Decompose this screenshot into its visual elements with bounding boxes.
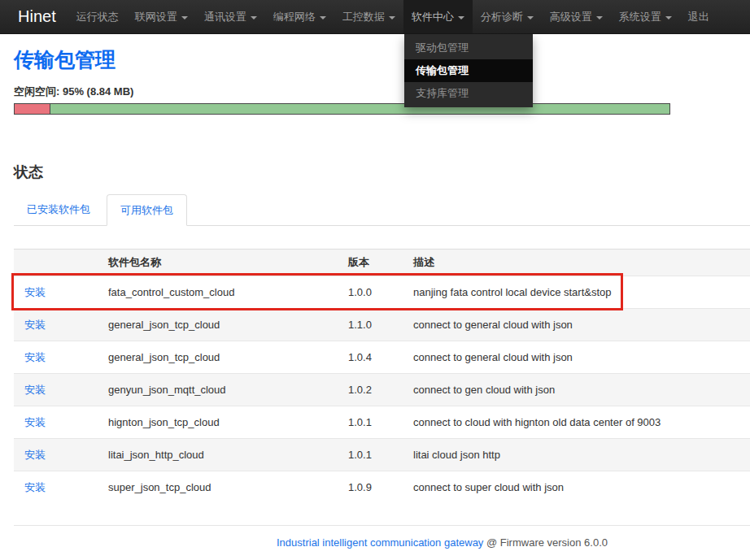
tab-available-packages[interactable]: 可用软件包 (107, 194, 187, 226)
package-desc-cell: connect to general cloud with json (407, 309, 750, 341)
nav-item-label: 通讯设置 (204, 11, 246, 23)
table-row: 安装 general_json_tcp_cloud 1.0.4 connect … (14, 341, 750, 374)
nav-item[interactable]: 编程网络 (265, 0, 334, 33)
chevron-down-icon (251, 16, 257, 20)
software-center-dropdown: 驱动包管理传输包管理支持库管理 (404, 34, 533, 107)
footer-divider (14, 525, 750, 526)
package-name-cell: litai_json_http_cloud (102, 439, 342, 471)
nav-item-label: 联网设置 (135, 11, 177, 23)
storage-progressbar (14, 103, 670, 115)
nav-item-label: 编程网络 (273, 11, 316, 23)
table-row: 安装 hignton_json_tcp_cloud 1.0.1 connect … (14, 406, 750, 439)
chevron-down-icon (181, 16, 188, 20)
package-name-cell: general_json_tcp_cloud (102, 341, 342, 374)
table-row: 安装 general_json_tcp_cloud 1.1.0 connect … (14, 309, 750, 341)
chevron-down-icon (320, 16, 326, 20)
nav-item[interactable]: 分析诊断 (473, 0, 542, 33)
package-version-cell: 1.0.0 (342, 276, 407, 309)
brand-logo[interactable]: Hinet (0, 0, 68, 33)
table-row: 安装 fata_control_custom_cloud 1.0.0 nanji… (14, 276, 750, 309)
package-desc-cell: connect to general cloud with json (407, 341, 750, 374)
install-link[interactable]: 安装 (24, 384, 46, 396)
chevron-down-icon (527, 16, 534, 20)
dropdown-item[interactable]: 传输包管理 (404, 59, 533, 82)
package-tabs: 已安装软件包 可用软件包 (14, 194, 750, 226)
package-name-cell: super_json_tcp_cloud (102, 471, 342, 504)
package-desc-cell: connect to super cloud with json (407, 471, 750, 504)
gateway-footer-link[interactable]: Industrial intelligent communication gat… (277, 536, 483, 549)
nav-item-label: 系统设置 (619, 11, 661, 23)
storage-free-segment (50, 104, 669, 114)
tab-installed-packages[interactable]: 已安装软件包 (14, 194, 103, 225)
status-heading: 状态 (14, 163, 750, 181)
package-version-cell: 1.1.0 (342, 309, 407, 341)
nav-item-label: 高级设置 (550, 11, 592, 23)
package-desc-cell: connect to cloud with hignton old data c… (407, 406, 750, 439)
chevron-down-icon (665, 16, 672, 20)
package-version-cell: 1.0.1 (342, 439, 407, 471)
header-actions (14, 250, 102, 276)
package-name-cell: hignton_json_tcp_cloud (102, 406, 342, 439)
page-content: 传输包管理 空闲空间: 95% (8.84 MB) 状态 已安装软件包 可用软件… (0, 47, 750, 549)
header-package-name: 软件包名称 (102, 250, 342, 276)
package-version-cell: 1.0.1 (342, 406, 407, 439)
nav-item[interactable]: 运行状态 (68, 0, 127, 33)
chevron-down-icon (389, 16, 395, 20)
package-version-cell: 1.0.2 (342, 374, 407, 406)
top-navbar: Hinet 运行状态联网设置通讯设置编程网络工控数据软件中心分析诊断高级设置系统… (0, 0, 750, 34)
package-desc-cell: nanjing fata control local device start&… (407, 276, 750, 309)
chevron-down-icon (458, 16, 464, 20)
table-row: 安装 litai_json_http_cloud 1.0.1 litai clo… (14, 439, 750, 471)
install-link[interactable]: 安装 (24, 351, 46, 363)
header-version: 版本 (342, 250, 407, 276)
nav-item-label: 软件中心 (412, 11, 454, 23)
nav-item[interactable]: 系统设置 (611, 0, 680, 33)
nav-item[interactable]: 联网设置 (127, 0, 196, 33)
package-version-cell: 1.0.9 (342, 471, 407, 504)
package-version-cell: 1.0.4 (342, 341, 407, 374)
free-space-text: 空闲空间: 95% (8.84 MB) (14, 85, 750, 98)
install-link[interactable]: 安装 (24, 416, 46, 428)
install-link[interactable]: 安装 (24, 481, 46, 493)
firmware-version-text: @ Firmware version 6.0.0 (483, 536, 608, 549)
package-name-cell: general_json_tcp_cloud (102, 309, 342, 341)
navbar-menu: 运行状态联网设置通讯设置编程网络工控数据软件中心分析诊断高级设置系统设置退出 (68, 0, 717, 33)
page-title: 传输包管理 (14, 47, 750, 72)
dropdown-item[interactable]: 驱动包管理 (404, 37, 533, 59)
nav-item-label: 工控数据 (342, 11, 385, 23)
free-space-label: 空闲空间: (14, 85, 59, 98)
install-link[interactable]: 安装 (24, 286, 46, 298)
nav-item[interactable]: 工控数据 (334, 0, 403, 33)
table-header-row: 软件包名称 版本 描述 (14, 250, 750, 276)
install-link[interactable]: 安装 (24, 449, 46, 461)
dropdown-item[interactable]: 支持库管理 (404, 82, 533, 105)
nav-item[interactable]: 软件中心 (403, 0, 473, 33)
package-desc-cell: litai cloud json http (407, 439, 750, 471)
package-name-cell: genyun_json_mqtt_cloud (102, 374, 342, 406)
package-desc-cell: connect to gen cloud with json (407, 374, 750, 406)
storage-used-segment (15, 104, 50, 114)
table-row: 安装 genyun_json_mqtt_cloud 1.0.2 connect … (14, 374, 750, 406)
install-link[interactable]: 安装 (24, 319, 46, 331)
package-name-cell: fata_control_custom_cloud (102, 276, 342, 309)
nav-item[interactable]: 通讯设置 (196, 0, 265, 33)
nav-item[interactable]: 退出 (680, 0, 717, 33)
footer: Industrial intelligent communication gat… (14, 536, 750, 549)
table-row: 安装 super_json_tcp_cloud 1.0.9 connect to… (14, 471, 750, 504)
package-table-body: 安装 fata_control_custom_cloud 1.0.0 nanji… (14, 276, 750, 504)
nav-item[interactable]: 高级设置 (542, 0, 611, 33)
chevron-down-icon (596, 16, 603, 20)
free-space-value: 95% (8.84 MB) (63, 85, 133, 98)
package-table: 软件包名称 版本 描述 安装 fata_control_custom_cloud… (14, 249, 750, 503)
nav-item-label: 运行状态 (76, 11, 119, 23)
header-description: 描述 (407, 250, 750, 276)
nav-item-label: 分析诊断 (481, 11, 523, 23)
nav-item-label: 退出 (688, 11, 709, 23)
package-table-wrap: 软件包名称 版本 描述 安装 fata_control_custom_cloud… (14, 249, 750, 503)
